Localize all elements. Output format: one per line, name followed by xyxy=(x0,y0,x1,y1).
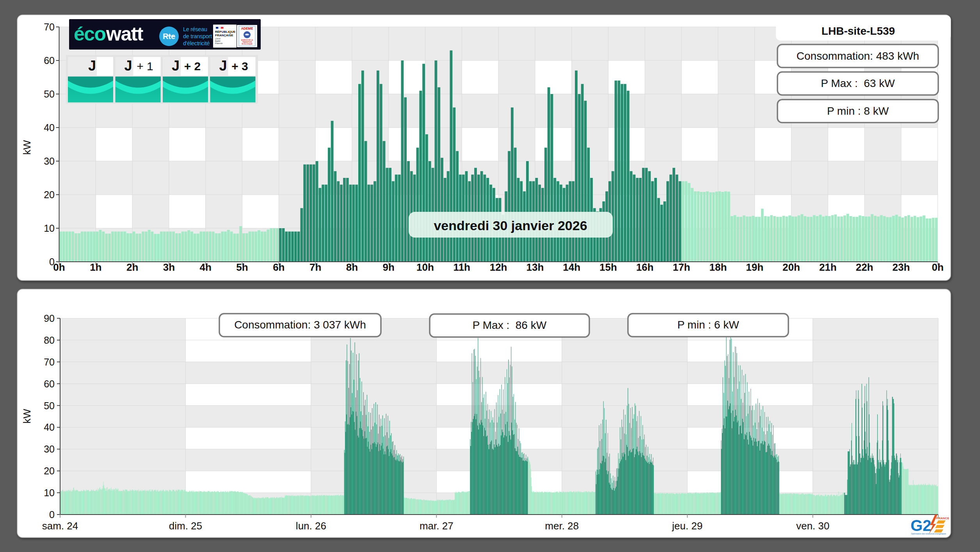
svg-text:6h: 6h xyxy=(273,261,285,273)
svg-text:ÉCOLOGIQUE: ÉCOLOGIQUE xyxy=(242,43,252,45)
svg-text:0h: 0h xyxy=(53,261,65,273)
svg-text:15h: 15h xyxy=(599,261,617,273)
svg-text:40: 40 xyxy=(44,122,55,133)
svg-text:9h: 9h xyxy=(383,261,395,273)
svg-text:P Max : 63 kW: P Max : 63 kW xyxy=(821,77,895,89)
svg-text:20: 20 xyxy=(44,465,55,476)
svg-text:80: 80 xyxy=(44,335,55,346)
svg-text:8h: 8h xyxy=(346,261,358,273)
svg-text:18h: 18h xyxy=(709,261,727,273)
svg-text:vendredi 30 janvier 2026: vendredi 30 janvier 2026 xyxy=(434,218,587,233)
svg-text:dim. 25: dim. 25 xyxy=(169,520,202,532)
svg-text:P min : 6 kW: P min : 6 kW xyxy=(677,319,739,331)
svg-text:10: 10 xyxy=(44,223,55,234)
svg-text:19h: 19h xyxy=(746,261,763,273)
svg-text:FRANCE: FRANCE xyxy=(936,517,950,520)
svg-text:17h: 17h xyxy=(673,261,690,273)
svg-text:30: 30 xyxy=(44,444,55,454)
svg-text:J: J xyxy=(219,58,227,74)
svg-text:5h: 5h xyxy=(236,261,248,273)
svg-text:70: 70 xyxy=(44,357,55,367)
svg-text:20h: 20h xyxy=(783,261,800,273)
svg-text:mar. 27: mar. 27 xyxy=(420,520,454,532)
svg-text:90: 90 xyxy=(44,313,55,324)
svg-text:50: 50 xyxy=(44,89,55,99)
svg-text:11h: 11h xyxy=(454,261,470,273)
svg-text:+ 2: + 2 xyxy=(184,60,201,73)
svg-text:50: 50 xyxy=(44,400,55,411)
svg-text:16h: 16h xyxy=(636,261,654,273)
svg-text:60: 60 xyxy=(44,55,55,66)
svg-text:23h: 23h xyxy=(892,261,910,273)
svg-text:13h: 13h xyxy=(526,261,544,273)
svg-text:0: 0 xyxy=(49,509,55,520)
svg-text:22h: 22h xyxy=(856,261,873,273)
svg-text:+ 3: + 3 xyxy=(231,60,248,73)
svg-text:P Max : 86 kW: P Max : 86 kW xyxy=(473,319,547,331)
svg-text:sam. 24: sam. 24 xyxy=(42,520,78,532)
svg-text:30: 30 xyxy=(44,156,55,167)
svg-text:FRANÇAISE: FRANÇAISE xyxy=(215,34,233,37)
svg-text:kW: kW xyxy=(21,140,33,155)
svg-text:J: J xyxy=(124,58,132,74)
svg-text:21h: 21h xyxy=(819,261,837,273)
svg-text:ven. 30: ven. 30 xyxy=(796,520,829,532)
svg-text:Le réseau: Le réseau xyxy=(183,26,207,32)
svg-text:10: 10 xyxy=(44,487,55,498)
svg-text:1h: 1h xyxy=(90,261,101,273)
svg-text:Égalité: Égalité xyxy=(215,40,221,42)
svg-text:2h: 2h xyxy=(126,261,138,273)
svg-text:7h: 7h xyxy=(309,261,321,273)
svg-text:J: J xyxy=(172,58,180,74)
svg-text:lun. 26: lun. 26 xyxy=(296,520,326,532)
svg-text:3h: 3h xyxy=(163,261,175,273)
svg-text:mer. 28: mer. 28 xyxy=(545,520,579,532)
svg-text:LHB-site-L539: LHB-site-L539 xyxy=(822,25,895,37)
svg-text:Fraternité: Fraternité xyxy=(215,43,223,44)
svg-text:RÉPUBLIQUE: RÉPUBLIQUE xyxy=(215,30,236,34)
svg-text:kW: kW xyxy=(21,409,33,424)
svg-text:jeu. 29: jeu. 29 xyxy=(672,520,703,532)
svg-text:0h: 0h xyxy=(932,261,944,273)
svg-text:ADEME: ADEME xyxy=(241,27,253,30)
svg-text:watt: watt xyxy=(106,23,144,45)
svg-text:Consommation: 3 037 kWh: Consommation: 3 037 kWh xyxy=(234,319,366,331)
svg-text:40: 40 xyxy=(44,422,55,433)
svg-text:4h: 4h xyxy=(200,261,212,273)
svg-text:d'électricité: d'électricité xyxy=(183,40,210,46)
svg-text:éco: éco xyxy=(74,23,106,45)
svg-text:G2: G2 xyxy=(911,517,931,534)
svg-text:de transport: de transport xyxy=(183,33,212,39)
svg-text:+ 1: + 1 xyxy=(137,60,153,73)
svg-text:P min : 8 kW: P min : 8 kW xyxy=(827,105,889,117)
svg-text:14h: 14h xyxy=(563,261,580,273)
svg-text:70: 70 xyxy=(44,21,55,32)
svg-text:Liberté: Liberté xyxy=(215,38,221,40)
svg-text:Optimisation des ressources én: Optimisation des ressources énergétiques xyxy=(911,533,946,535)
svg-text:Consommation: 483 kWh: Consommation: 483 kWh xyxy=(797,50,919,62)
svg-text:12h: 12h xyxy=(490,261,507,273)
svg-text:J: J xyxy=(88,58,96,74)
svg-text:10h: 10h xyxy=(416,261,434,273)
svg-text:60: 60 xyxy=(44,378,55,389)
svg-text:20: 20 xyxy=(44,189,55,200)
